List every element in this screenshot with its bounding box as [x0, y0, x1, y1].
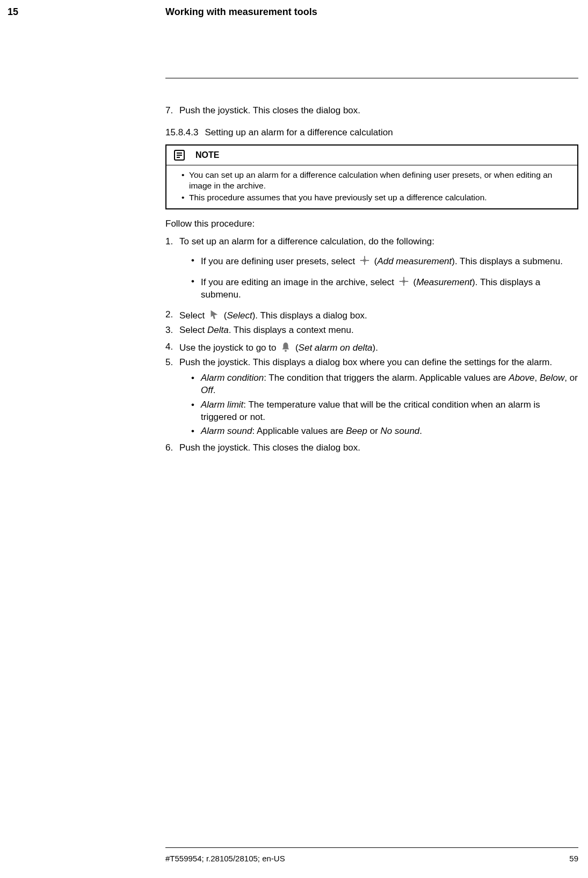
add-measurement-icon [359, 255, 371, 265]
content-area: 7. Push the joystick. This closes the di… [165, 105, 578, 456]
note-item: This procedure assumes that you have pre… [182, 192, 570, 203]
icon-label: Add measurement [377, 256, 452, 266]
note-body: You can set up an alarm for a difference… [166, 165, 577, 208]
list-item: If you are editing an image in the archi… [179, 275, 578, 301]
list-item: Alarm sound: Applicable values are Beep … [179, 425, 578, 438]
note-item: You can set up an alarm for a difference… [182, 170, 570, 191]
follow-procedure-text: Follow this procedure: [165, 218, 578, 230]
measurement-icon [398, 275, 410, 286]
step-text: To set up an alarm for a difference calc… [179, 236, 434, 246]
term: Delta [207, 325, 229, 335]
text-fragment: : Applicable values are [252, 426, 346, 436]
horizontal-rule [165, 78, 578, 78]
list-item: Alarm condition: The condition that trig… [179, 372, 578, 397]
step-number: 3. [165, 324, 173, 337]
list-item: 2. Select (Select). This displays a dial… [165, 309, 578, 322]
svg-point-13 [403, 280, 405, 282]
text-fragment: Select [179, 325, 207, 335]
list-item: 3. Select Delta. This displays a context… [165, 324, 578, 337]
value: No sound [381, 426, 420, 436]
section-number: 15.8.4.3 [165, 127, 198, 139]
page-number: 59 [569, 854, 578, 863]
chapter-number: 15 [8, 6, 18, 18]
text-fragment: If you are editing an image in the archi… [201, 277, 397, 287]
procedure-list: 1. To set up an alarm for a difference c… [165, 236, 578, 454]
term: Alarm sound [201, 426, 252, 436]
list-item: 5. Push the joystick. This displays a di… [165, 357, 578, 438]
list-item: 7. Push the joystick. This closes the di… [165, 105, 578, 117]
page-header: 15 Working with measurement tools [0, 6, 588, 23]
step-number: 2. [165, 309, 173, 321]
list-item: Alarm limit: The temperature value that … [179, 399, 578, 424]
step-number: 4. [165, 341, 173, 353]
icon-label: Measurement [416, 277, 472, 287]
svg-point-8 [364, 259, 366, 262]
step-number: 7. [165, 105, 173, 117]
step-number: 6. [165, 442, 173, 454]
text-fragment: ). This displays a dialog box. [252, 310, 367, 321]
note-header: NOTE [166, 146, 577, 165]
list-item: 4. Use the joystick to go to (Set alarm … [165, 341, 578, 354]
text-fragment: ). This displays a submenu. [452, 256, 563, 266]
section-heading: 15.8.4.3Setting up an alarm for a differ… [165, 127, 578, 139]
note-label: NOTE [195, 149, 219, 161]
step-text: Push the joystick. This closes the dialo… [179, 105, 360, 115]
text-fragment: : The condition that triggers the alarm.… [264, 373, 509, 383]
step-list-continued: 7. Push the joystick. This closes the di… [165, 105, 578, 117]
term: Alarm limit [201, 400, 243, 410]
text-fragment: Select [179, 310, 207, 321]
text-fragment: Use the joystick to go to [179, 343, 279, 353]
step-text: Push the joystick. This displays a dialo… [179, 357, 552, 367]
text-fragment: ). [373, 343, 378, 353]
icon-label: Set alarm on delta [299, 343, 373, 353]
footer-rule [165, 847, 578, 848]
text-fragment: If you are defining user presets, select [201, 256, 358, 266]
chapter-title: Working with measurement tools [165, 6, 317, 18]
select-cursor-icon [208, 309, 220, 320]
step-text: Push the joystick. This closes the dialo… [179, 442, 360, 453]
footer-doc-id: #T559954; r.28105/28105; en-US [165, 854, 285, 863]
alarm-bell-icon [280, 341, 292, 352]
note-box: NOTE You can set up an alarm for a diffe… [165, 144, 578, 209]
term: Alarm condition [201, 373, 264, 383]
text-fragment: . This displays a context menu. [229, 325, 354, 335]
section-title: Setting up an alarm for a difference cal… [205, 127, 393, 137]
svg-point-14 [285, 350, 287, 352]
list-item: 1. To set up an alarm for a difference c… [165, 236, 578, 301]
step-number: 5. [165, 357, 173, 369]
list-item: 6. Push the joystick. This closes the di… [165, 442, 578, 454]
note-icon [173, 149, 186, 162]
step-number: 1. [165, 236, 173, 248]
value: Below [540, 373, 564, 383]
value: Off [201, 385, 213, 395]
icon-label: Select [227, 310, 252, 321]
value: Above [509, 373, 534, 383]
text-fragment: : The temperature value that will be the… [201, 400, 540, 422]
list-item: If you are defining user presets, select… [179, 255, 578, 268]
value: Beep [346, 426, 367, 436]
